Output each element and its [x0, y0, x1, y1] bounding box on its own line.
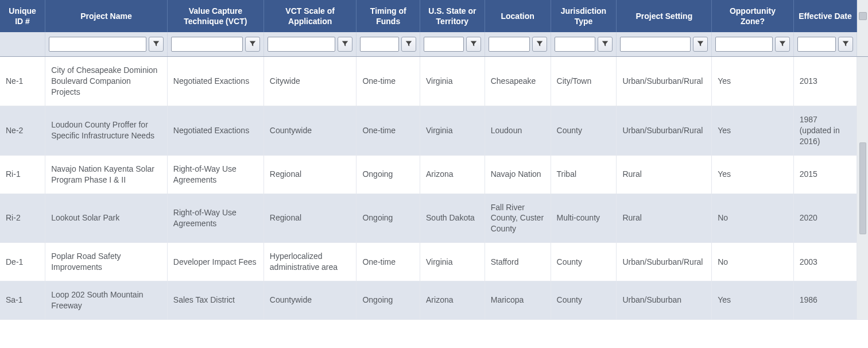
cell-vct: Developer Impact Fees [167, 243, 264, 281]
filter-button-eff[interactable] [838, 37, 853, 52]
cell-setting: Urban/Suburban/Rural [617, 243, 712, 281]
filter-button-vct[interactable] [245, 37, 260, 52]
cell-uid: Ri-2 [0, 194, 45, 243]
vertical-scrollbar-up[interactable] [857, 0, 868, 32]
filter-input-eff[interactable] [797, 37, 836, 52]
column-header-loc[interactable]: Location [485, 0, 551, 32]
filter-cell-setting [617, 32, 712, 57]
cell-timing: Ongoing [356, 194, 420, 243]
cell-vct: Right-of-Way Use Agreements [167, 194, 264, 243]
cell-oz: Yes [712, 281, 793, 319]
table-row[interactable]: Sa-1Loop 202 South Mountain FreewaySales… [0, 281, 868, 319]
cell-eff: 2020 [793, 194, 857, 243]
cell-uid: De-1 [0, 243, 45, 281]
grid-viewport: Unique ID #Project NameValue Capture Tec… [0, 0, 868, 348]
filter-row [0, 32, 868, 57]
cell-eff: 2003 [793, 243, 857, 281]
vertical-scrollbar-track[interactable] [857, 57, 868, 319]
cell-state: Virginia [420, 243, 485, 281]
column-header-timing[interactable]: Timing of Funds [356, 0, 420, 32]
vertical-scrollbar-thumb[interactable] [859, 142, 866, 234]
column-header-jur[interactable]: Jurisdiction Type [551, 0, 617, 32]
column-header-uid[interactable]: Unique ID # [0, 0, 45, 32]
cell-timing: Ongoing [356, 155, 420, 194]
column-header-eff[interactable]: Effective Date [793, 0, 857, 32]
cell-timing: One-time [356, 57, 420, 106]
cell-loc: Chesapeake [485, 57, 551, 106]
filter-button-setting[interactable] [693, 37, 708, 52]
funnel-icon [470, 40, 477, 49]
filter-input-jur[interactable] [555, 37, 596, 52]
cell-vct: Sales Tax District [167, 281, 264, 319]
cell-name: Loop 202 South Mountain Freeway [45, 281, 168, 319]
cell-oz: Yes [712, 155, 793, 194]
cell-oz: No [712, 243, 793, 281]
filter-cell-name [45, 32, 168, 57]
horizontal-scroll-container[interactable]: Unique ID #Project NameValue Capture Tec… [0, 0, 868, 348]
column-header-state[interactable]: U.S. State or Territory [420, 0, 485, 32]
data-grid: Unique ID #Project NameValue Capture Tec… [0, 0, 868, 320]
filter-cell-vct [167, 32, 264, 57]
filter-button-oz[interactable] [775, 37, 790, 52]
filter-cell-oz [712, 32, 793, 57]
cell-jur: Tribal [551, 155, 617, 194]
cell-loc: Fall River County, Custer County [485, 194, 551, 243]
column-header-vct[interactable]: Value Capture Technique (VCT) [167, 0, 264, 32]
filter-input-name[interactable] [49, 37, 146, 52]
filter-button-timing[interactable] [401, 37, 416, 52]
funnel-icon [779, 40, 786, 49]
funnel-icon [842, 40, 849, 49]
column-header-oz[interactable]: Opportunity Zone? [712, 0, 793, 32]
cell-name: Poplar Road Safety Improvements [45, 243, 168, 281]
filter-cell-scale [264, 32, 356, 57]
cell-scale: Regional [264, 194, 356, 243]
column-header-setting[interactable]: Project Setting [617, 0, 712, 32]
funnel-icon [405, 40, 412, 49]
table-row[interactable]: De-1Poplar Road Safety ImprovementsDevel… [0, 243, 868, 281]
cell-scale: Regional [264, 155, 356, 194]
filter-button-loc[interactable] [532, 37, 547, 52]
filter-button-scale[interactable] [338, 37, 352, 52]
cell-setting: Urban/Suburban/Rural [617, 106, 712, 156]
cell-jur: County [551, 243, 617, 281]
cell-uid: Ne-2 [0, 106, 45, 156]
filter-button-state[interactable] [466, 37, 481, 52]
cell-eff: 2015 [793, 155, 857, 194]
filter-input-loc[interactable] [489, 37, 530, 52]
filter-input-oz[interactable] [715, 37, 772, 52]
filter-cell-uid [0, 32, 45, 57]
filter-cell-eff [793, 32, 857, 57]
table-row[interactable]: Ne-1City of Chesapeake Dominion Boulevar… [0, 57, 868, 106]
filter-button-name[interactable] [149, 37, 164, 52]
filter-input-state[interactable] [424, 37, 464, 52]
cell-scale: Countywide [264, 281, 356, 319]
filter-button-jur[interactable] [598, 37, 613, 52]
filter-cell-timing [356, 32, 420, 57]
cell-state: Arizona [420, 155, 485, 194]
cell-state: Virginia [420, 57, 485, 106]
cell-setting: Urban/Suburban/Rural [617, 57, 712, 106]
filter-input-timing[interactable] [360, 37, 399, 52]
filter-input-scale[interactable] [268, 37, 336, 52]
filter-input-vct[interactable] [171, 37, 243, 52]
filter-input-setting[interactable] [620, 37, 691, 52]
cell-vct: Right-of-Way Use Agreements [167, 155, 264, 194]
column-header-scale[interactable]: VCT Scale of Application [264, 0, 356, 32]
cell-state: South Dakota [420, 194, 485, 243]
column-header-name[interactable]: Project Name [45, 0, 168, 32]
table-row[interactable]: Ri-1Navajo Nation Kayenta Solar Program … [0, 155, 868, 194]
cell-state: Virginia [420, 106, 485, 156]
vertical-scrollbar-track-top[interactable] [857, 32, 868, 57]
table-row[interactable]: Ne-2Loudoun County Proffer for Specific … [0, 106, 868, 156]
funnel-icon [153, 40, 160, 49]
cell-loc: Maricopa [485, 281, 551, 319]
header-row: Unique ID #Project NameValue Capture Tec… [0, 0, 868, 32]
table-row[interactable]: Ri-2Lookout Solar ParkRight-of-Way Use A… [0, 194, 868, 243]
cell-setting: Rural [617, 194, 712, 243]
cell-scale: Hyperlocalized administrative area [264, 243, 356, 281]
cell-timing: One-time [356, 243, 420, 281]
cell-loc: Navajo Nation [485, 155, 551, 194]
cell-uid: Ne-1 [0, 57, 45, 106]
cell-jur: County [551, 281, 617, 319]
funnel-icon [249, 40, 256, 49]
